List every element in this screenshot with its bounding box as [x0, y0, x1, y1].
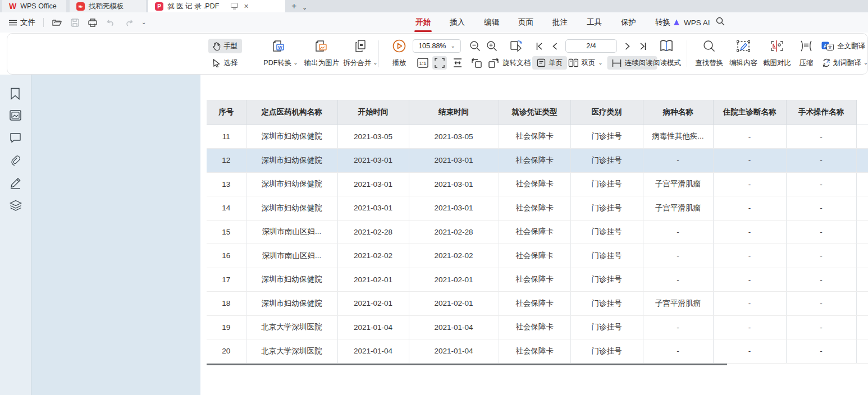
- open-folder-icon[interactable]: [52, 17, 62, 27]
- save-icon[interactable]: [70, 17, 80, 27]
- menu-tab-home[interactable]: 开始: [414, 12, 432, 33]
- zoom-out-icon[interactable]: [469, 39, 481, 53]
- menu-tab-insert[interactable]: 插入: [449, 12, 466, 33]
- table-cell: 2021-03-01: [409, 172, 499, 196]
- wps-logo-icon: W: [9, 2, 16, 11]
- menu-tab-tools[interactable]: 工具: [586, 12, 603, 33]
- read-mode-icon[interactable]: [660, 39, 673, 53]
- comments-icon[interactable]: [10, 132, 22, 145]
- edit-content-icon[interactable]: [736, 39, 751, 53]
- layers-icon[interactable]: [10, 200, 22, 212]
- rotate-doc-button[interactable]: 旋转文档: [502, 56, 531, 70]
- zoom-level-select[interactable]: 105.88%⌄: [413, 39, 461, 53]
- find-replace-button[interactable]: 查找替换: [695, 56, 723, 70]
- tab-list-chevron-icon[interactable]: ⌄: [302, 3, 307, 12]
- rotate-left-icon[interactable]: [471, 56, 482, 70]
- table-cell: 2021-02-28: [337, 220, 409, 244]
- table-cell: -: [643, 315, 713, 339]
- actual-size-button[interactable]: 1:1: [417, 56, 428, 70]
- tab-docer-templates[interactable]: ❧ 找稻壳模板: [70, 0, 146, 12]
- table-cell: -: [786, 292, 856, 316]
- edit-content-button[interactable]: 编辑内容: [729, 56, 757, 70]
- table-cell: 2021-02-01: [337, 292, 409, 316]
- undo-icon[interactable]: [106, 17, 116, 27]
- search-icon[interactable]: [716, 17, 725, 26]
- file-menu[interactable]: 文件: [9, 17, 35, 27]
- table-row[interactable]: 19北京大学深圳医院2021-01-042021-01-04社会保障卡门诊挂号-…: [207, 315, 868, 339]
- table-cell: -: [786, 172, 856, 196]
- export-image-icon[interactable]: [314, 39, 329, 53]
- pdf-page[interactable]: 序号定点医药机构名称开始时间结束时间就诊凭证类型医疗类别病种名称住院主诊断名称手…: [200, 75, 868, 395]
- single-page-button[interactable]: 单页: [532, 56, 567, 70]
- table-cell: 深圳市妇幼保健院: [246, 149, 337, 173]
- svg-text:x: x: [823, 61, 825, 66]
- table-cell: 2021-02-01: [409, 268, 499, 292]
- wps-ai-button[interactable]: WPS AI: [673, 19, 710, 27]
- play-button[interactable]: 播放: [392, 56, 406, 70]
- refresh-pages-icon[interactable]: [509, 39, 523, 53]
- signature-icon[interactable]: [10, 177, 22, 190]
- table-cell: -: [713, 149, 786, 173]
- thumbnails-icon[interactable]: [10, 110, 22, 122]
- pdf-convert-button[interactable]: PDF转换⌄: [263, 56, 298, 70]
- menu-tab-page[interactable]: 页面: [517, 12, 534, 33]
- find-replace-icon[interactable]: [703, 39, 715, 53]
- screenshot-compare-icon[interactable]: [770, 39, 784, 53]
- play-icon[interactable]: [392, 39, 406, 53]
- next-page-icon[interactable]: [625, 39, 631, 53]
- table-row[interactable]: 13深圳市妇幼保健院2021-03-012021-03-01社会保障卡门诊挂号子…: [207, 172, 868, 196]
- present-to-screen-icon[interactable]: [231, 3, 238, 10]
- tab-wps-office[interactable]: W WPS Office: [2, 0, 66, 12]
- column-header: 开始时间: [337, 100, 409, 125]
- table-row[interactable]: 15深圳市南山区妇...2021-02-282021-02-28社会保障卡门诊挂…: [207, 220, 868, 244]
- zoom-in-icon[interactable]: [486, 39, 497, 53]
- continuous-read-button[interactable]: 连续阅读: [607, 56, 657, 70]
- last-page-icon[interactable]: [639, 39, 646, 53]
- close-tab-icon[interactable]: ×: [244, 2, 248, 11]
- tab-document-pdf[interactable]: P 就 医 记 录 .PDF ×: [148, 0, 285, 12]
- word-translate-button[interactable]: xA 划词翻译 ⌄: [822, 56, 868, 70]
- prev-page-icon[interactable]: [552, 39, 558, 53]
- menu-tab-edit[interactable]: 编辑: [483, 12, 500, 33]
- pdf-convert-icon[interactable]: W: [272, 39, 286, 53]
- quickbar-chevron-icon[interactable]: ⌄: [141, 20, 146, 25]
- table-row[interactable]: 20北京大学深圳医院2021-01-042021-01-04社会保障卡门诊挂号-…: [207, 339, 868, 364]
- split-merge-icon[interactable]: [354, 39, 367, 53]
- rotate-right-icon[interactable]: [488, 56, 499, 70]
- attachment-icon[interactable]: [10, 155, 22, 167]
- fit-width-button[interactable]: [452, 56, 463, 70]
- read-mode-button[interactable]: 阅读模式: [653, 56, 681, 70]
- print-icon[interactable]: [88, 17, 98, 27]
- table-cell: 2021-02-01: [337, 268, 409, 292]
- fit-page-button[interactable]: [432, 56, 447, 70]
- page-number-input[interactable]: 2/4: [565, 39, 617, 53]
- table-cell: 社会保障卡: [499, 315, 570, 339]
- compress-icon[interactable]: [798, 39, 814, 53]
- table-row[interactable]: 17深圳市妇幼保健院2021-02-012021-02-01社会保障卡门诊挂号-…: [207, 268, 868, 292]
- first-page-icon[interactable]: [536, 39, 543, 53]
- split-merge-button[interactable]: 拆分合并⌄: [343, 56, 377, 70]
- bookmark-icon[interactable]: [10, 88, 22, 100]
- screenshot-compare-button[interactable]: 截图对比: [763, 56, 791, 70]
- menu-tab-convert[interactable]: 转换: [654, 12, 671, 33]
- new-tab-icon[interactable]: ＋: [290, 1, 298, 10]
- table-row[interactable]: 11深圳市妇幼保健院2021-03-052021-03-05社会保障卡门诊挂号病…: [207, 125, 868, 149]
- full-translate-button[interactable]: A文 全文翻译: [821, 39, 865, 53]
- compress-button[interactable]: 压缩: [800, 56, 814, 70]
- hand-tool-button[interactable]: 手型: [208, 39, 242, 53]
- double-page-button[interactable]: 双页 ⌄: [568, 56, 602, 70]
- menu-tab-annotate[interactable]: 批注: [551, 12, 569, 33]
- table-row[interactable]: 18深圳市妇幼保健院2021-02-012021-02-01社会保障卡门诊挂号子…: [207, 292, 868, 316]
- table-row[interactable]: 14深圳市妇幼保健院2021-03-012021-03-01社会保障卡门诊挂号子…: [207, 196, 868, 221]
- table-cell: 北京大学深圳医院: [246, 315, 337, 339]
- docer-icon: ❧: [76, 2, 85, 11]
- hamburger-icon: [9, 20, 17, 26]
- table-cell: -: [713, 339, 786, 364]
- redo-icon[interactable]: [124, 17, 134, 27]
- table-cell: 19: [207, 315, 246, 339]
- menu-tab-protect[interactable]: 保护: [620, 12, 637, 33]
- select-tool-button[interactable]: 选择: [213, 56, 238, 70]
- table-row[interactable]: 16深圳市南山区妇...2021-02-022021-02-02社会保障卡门诊挂…: [207, 244, 868, 268]
- export-image-button[interactable]: 输出为图片: [304, 56, 340, 70]
- table-row[interactable]: 12深圳市妇幼保健院2021-03-012021-03-01社会保障卡门诊挂号-…: [207, 149, 868, 173]
